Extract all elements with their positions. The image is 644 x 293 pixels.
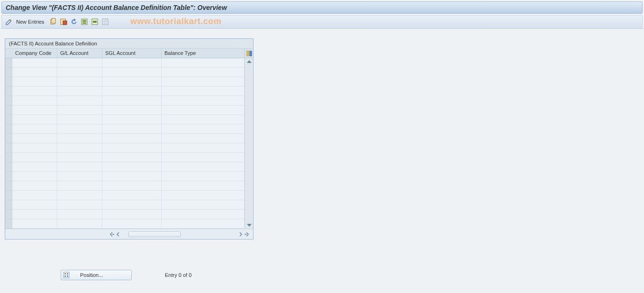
cell-sgl-account[interactable] xyxy=(102,87,162,96)
column-header-balance-type[interactable]: Balance Type xyxy=(162,49,245,58)
cell-sgl-account[interactable] xyxy=(102,162,162,172)
cell-gl-account[interactable] xyxy=(57,124,102,134)
cell-balance-type[interactable] xyxy=(162,58,245,68)
cell-gl-account[interactable] xyxy=(57,77,102,87)
horizontal-scroll-thumb[interactable] xyxy=(128,231,181,237)
column-header-gl-account[interactable]: G/L Account xyxy=(57,49,102,58)
cell-company-code[interactable] xyxy=(12,143,57,153)
row-selector[interactable] xyxy=(5,191,12,200)
cell-gl-account[interactable] xyxy=(57,162,102,172)
cell-balance-type[interactable] xyxy=(162,106,245,115)
row-selector[interactable] xyxy=(5,181,12,191)
cell-gl-account[interactable] xyxy=(57,153,102,162)
row-selector[interactable] xyxy=(5,219,12,229)
cell-balance-type[interactable] xyxy=(162,115,245,124)
row-selector[interactable] xyxy=(5,124,12,134)
row-selector[interactable] xyxy=(5,77,12,87)
row-selector[interactable] xyxy=(5,87,12,96)
cell-balance-type[interactable] xyxy=(162,181,245,191)
cell-gl-account[interactable] xyxy=(57,58,102,68)
cell-balance-type[interactable] xyxy=(162,191,245,200)
copy-as-icon[interactable] xyxy=(49,18,57,26)
cell-company-code[interactable] xyxy=(12,96,57,106)
cell-company-code[interactable] xyxy=(12,219,57,229)
cell-balance-type[interactable] xyxy=(162,200,245,210)
cell-company-code[interactable] xyxy=(12,210,57,219)
row-selector[interactable] xyxy=(5,172,12,181)
cell-gl-account[interactable] xyxy=(57,134,102,143)
cell-company-code[interactable] xyxy=(12,153,57,162)
scroll-down-icon[interactable] xyxy=(247,224,252,227)
cell-sgl-account[interactable] xyxy=(102,106,162,115)
scroll-last-icon[interactable] xyxy=(244,231,249,237)
delete-icon[interactable] xyxy=(59,18,68,26)
configure-columns-icon[interactable] xyxy=(245,49,253,58)
cell-company-code[interactable] xyxy=(12,87,57,96)
cell-sgl-account[interactable] xyxy=(102,96,162,106)
cell-gl-account[interactable] xyxy=(57,172,102,181)
column-header-sgl-account[interactable]: SGL Account xyxy=(102,49,162,58)
cell-balance-type[interactable] xyxy=(162,143,245,153)
cell-gl-account[interactable] xyxy=(57,210,102,219)
column-header-company-code[interactable]: Company Code xyxy=(12,49,57,58)
cell-sgl-account[interactable] xyxy=(102,172,162,181)
cell-sgl-account[interactable] xyxy=(102,219,162,229)
scroll-right-icon[interactable] xyxy=(238,231,244,237)
cell-balance-type[interactable] xyxy=(162,219,245,229)
cell-gl-account[interactable] xyxy=(57,200,102,210)
cell-balance-type[interactable] xyxy=(162,68,245,77)
row-selector[interactable] xyxy=(5,58,12,68)
cell-sgl-account[interactable] xyxy=(102,191,162,200)
cell-balance-type[interactable] xyxy=(162,134,245,143)
cell-company-code[interactable] xyxy=(12,172,57,181)
cell-gl-account[interactable] xyxy=(57,115,102,124)
cell-sgl-account[interactable] xyxy=(102,143,162,153)
row-selector[interactable] xyxy=(5,153,12,162)
cell-balance-type[interactable] xyxy=(162,210,245,219)
row-selector[interactable] xyxy=(5,115,12,124)
select-all-icon[interactable] xyxy=(80,18,89,26)
cell-company-code[interactable] xyxy=(12,181,57,191)
cell-company-code[interactable] xyxy=(12,124,57,134)
cell-sgl-account[interactable] xyxy=(102,77,162,87)
scroll-left-icon[interactable] xyxy=(115,231,121,237)
display-change-icon[interactable] xyxy=(5,18,13,26)
cell-sgl-account[interactable] xyxy=(102,210,162,219)
cell-company-code[interactable] xyxy=(12,58,57,68)
row-selector[interactable] xyxy=(5,143,12,153)
horizontal-scrollbar[interactable] xyxy=(5,229,253,239)
row-selector[interactable] xyxy=(5,162,12,172)
undo-change-icon[interactable] xyxy=(70,18,78,26)
cell-company-code[interactable] xyxy=(12,191,57,200)
cell-company-code[interactable] xyxy=(12,106,57,115)
scroll-up-icon[interactable] xyxy=(247,60,252,63)
cell-balance-type[interactable] xyxy=(162,87,245,96)
cell-gl-account[interactable] xyxy=(57,219,102,229)
cell-sgl-account[interactable] xyxy=(102,153,162,162)
cell-sgl-account[interactable] xyxy=(102,134,162,143)
cell-gl-account[interactable] xyxy=(57,68,102,77)
row-selector[interactable] xyxy=(5,134,12,143)
row-selector[interactable] xyxy=(5,96,12,106)
vertical-scrollbar[interactable] xyxy=(245,58,253,229)
cell-balance-type[interactable] xyxy=(162,162,245,172)
cell-balance-type[interactable] xyxy=(162,124,245,134)
deselect-all-icon[interactable] xyxy=(101,18,109,26)
cell-balance-type[interactable] xyxy=(162,77,245,87)
select-block-icon[interactable] xyxy=(91,18,99,26)
row-selector[interactable] xyxy=(5,68,12,77)
cell-sgl-account[interactable] xyxy=(102,68,162,77)
cell-balance-type[interactable] xyxy=(162,96,245,106)
cell-sgl-account[interactable] xyxy=(102,58,162,68)
cell-sgl-account[interactable] xyxy=(102,200,162,210)
cell-gl-account[interactable] xyxy=(57,181,102,191)
cell-sgl-account[interactable] xyxy=(102,181,162,191)
row-selector-header[interactable] xyxy=(5,49,12,58)
cell-gl-account[interactable] xyxy=(57,143,102,153)
cell-sgl-account[interactable] xyxy=(102,124,162,134)
cell-company-code[interactable] xyxy=(12,115,57,124)
new-entries-button[interactable]: New Entries xyxy=(15,19,47,25)
cell-sgl-account[interactable] xyxy=(102,115,162,124)
cell-company-code[interactable] xyxy=(12,68,57,77)
row-selector[interactable] xyxy=(5,210,12,219)
